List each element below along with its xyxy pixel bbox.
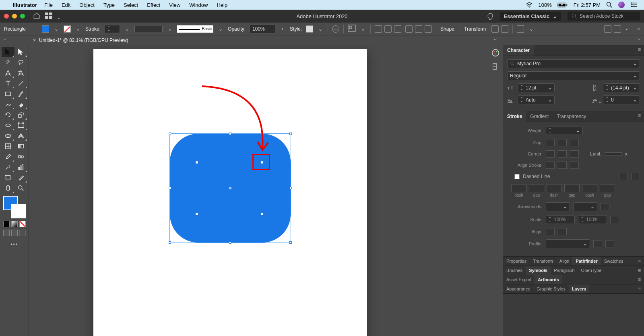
- line-segment-tool[interactable]: [14, 78, 27, 89]
- mesh-tool[interactable]: [2, 141, 14, 151]
- kerning-input[interactable]: ⌃⌄ Auto ⌄: [518, 95, 555, 104]
- cap-butt-icon[interactable]: [546, 139, 555, 146]
- selection-handle[interactable]: [169, 241, 171, 244]
- color-mode-none[interactable]: [19, 221, 26, 227]
- shaper-tool[interactable]: [2, 99, 14, 110]
- minimize-window-button[interactable]: [12, 14, 17, 19]
- brush-definition[interactable]: Basic: [177, 25, 213, 33]
- menu-edit[interactable]: Edit: [62, 2, 70, 8]
- selection-handle[interactable]: [229, 241, 231, 244]
- selection-handle[interactable]: [289, 241, 292, 244]
- panel-menu-icon[interactable]: ≡: [635, 257, 644, 265]
- align-stroke-center-icon[interactable]: [546, 162, 555, 169]
- stroke-color-swatch[interactable]: [11, 204, 26, 218]
- maximize-window-button[interactable]: [20, 14, 25, 19]
- arrowhead-scale-end[interactable]: ⌃⌄ 100%: [578, 215, 607, 224]
- eyedropper-tool[interactable]: [2, 151, 14, 162]
- fill-swatch[interactable]: [42, 25, 49, 33]
- isolate-group-icon[interactable]: [501, 25, 508, 33]
- swap-arrowheads-icon[interactable]: [601, 203, 609, 210]
- arrange-documents-icon[interactable]: ⌄: [45, 12, 61, 20]
- color-guide-panel-icon[interactable]: [491, 62, 500, 71]
- variable-width-profile[interactable]: [134, 26, 163, 32]
- stroke-profile-dropdown[interactable]: ⌄: [546, 239, 590, 248]
- panel-menu-icon[interactable]: ≡: [635, 284, 644, 293]
- collapse-right-icon[interactable]: ››: [635, 36, 642, 42]
- home-icon[interactable]: [33, 12, 40, 21]
- stroke-weight-input[interactable]: ⌃ ⌄: [105, 25, 120, 33]
- tab-swatches[interactable]: Swatches: [601, 257, 627, 265]
- tab-character[interactable]: Character: [503, 45, 534, 56]
- tab-brushes[interactable]: Brushes: [503, 266, 526, 275]
- fill-dropdown-icon[interactable]: ⌄: [53, 26, 60, 32]
- eraser-tool[interactable]: [14, 99, 27, 110]
- corner-round-icon[interactable]: [558, 150, 567, 158]
- live-corner-widget[interactable]: [195, 160, 199, 164]
- tab-gradient[interactable]: Gradient: [526, 111, 553, 122]
- tab-layers[interactable]: Layers: [569, 284, 589, 293]
- color-mode-solid[interactable]: [3, 221, 10, 227]
- column-graph-tool[interactable]: [14, 162, 27, 172]
- hand-tool[interactable]: [2, 183, 14, 193]
- dash-input-3[interactable]: [582, 184, 597, 192]
- dashed-line-checkbox[interactable]: [514, 174, 520, 179]
- selection-handle[interactable]: [289, 187, 292, 189]
- free-transform-tool[interactable]: [14, 120, 27, 131]
- align-left-icon[interactable]: [375, 25, 382, 33]
- draw-inside-icon[interactable]: [19, 230, 26, 236]
- align-to-icon[interactable]: [348, 25, 356, 33]
- cap-projecting-icon[interactable]: [570, 139, 579, 146]
- edit-toolbar-icon[interactable]: •••: [10, 242, 18, 247]
- tab-pathfinder[interactable]: Pathfinder: [572, 257, 601, 265]
- user-avatar-icon[interactable]: [618, 2, 625, 8]
- tab-paragraph[interactable]: Paragraph: [551, 266, 578, 275]
- app-name[interactable]: Illustrator: [13, 2, 37, 8]
- width-tool[interactable]: [2, 120, 14, 131]
- tracking-input[interactable]: ⌃⌄ 0 ⌄: [603, 95, 640, 104]
- draw-normal-icon[interactable]: [3, 230, 10, 236]
- selection-handle[interactable]: [169, 133, 171, 135]
- tab-symbols[interactable]: Symbols: [526, 266, 551, 275]
- crop-dropdown-icon[interactable]: ⌄: [528, 26, 535, 32]
- paintbrush-tool[interactable]: [14, 89, 27, 99]
- zoom-tool[interactable]: [14, 183, 27, 193]
- tab-graphic-styles[interactable]: Graphic Styles: [533, 284, 569, 293]
- curvature-tool[interactable]: [14, 68, 27, 78]
- close-window-button[interactable]: [4, 14, 9, 19]
- menu-file[interactable]: File: [44, 2, 53, 8]
- learn-icon[interactable]: [487, 13, 493, 19]
- leading-input[interactable]: ⌃⌄ (14.4 pt) ⌄: [603, 83, 640, 92]
- dash-align-corner-icon[interactable]: [631, 173, 640, 180]
- menu-effect[interactable]: Effect: [147, 2, 160, 8]
- color-panel-icon[interactable]: [491, 48, 500, 57]
- corner-bevel-icon[interactable]: [570, 150, 579, 158]
- clock[interactable]: Fri 2:57 PM: [574, 2, 601, 8]
- panel-menu-icon[interactable]: ≡: [637, 26, 640, 32]
- tab-close-icon[interactable]: ×: [33, 37, 36, 43]
- fill-stroke-swatch[interactable]: [3, 196, 26, 218]
- shape-builder-tool[interactable]: [2, 131, 14, 141]
- search-stock-input[interactable]: Search Adobe Stock: [568, 12, 640, 21]
- dash-input-2[interactable]: [547, 184, 562, 192]
- tab-transparency[interactable]: Transparency: [553, 111, 590, 122]
- tab-stroke[interactable]: Stroke: [503, 111, 526, 122]
- gap-input-1[interactable]: [529, 184, 544, 192]
- corner-miter-icon[interactable]: [546, 150, 555, 158]
- recolor-artwork-icon[interactable]: [332, 25, 339, 33]
- arrowhead-start-dropdown[interactable]: ⌄: [546, 202, 570, 211]
- align-hcenter-icon[interactable]: [384, 25, 392, 33]
- slice-tool[interactable]: [14, 172, 27, 183]
- color-mode-gradient[interactable]: [11, 221, 18, 227]
- font-size-input[interactable]: ⌃⌄ 12 pt ⌄: [518, 83, 555, 92]
- font-style-dropdown[interactable]: Regular ⌄: [507, 71, 640, 80]
- tab-properties[interactable]: Properties: [503, 257, 530, 265]
- menu-view[interactable]: View: [169, 2, 180, 8]
- symbol-sprayer-tool[interactable]: [2, 162, 14, 172]
- draw-behind-icon[interactable]: [11, 230, 18, 236]
- cap-round-icon[interactable]: [558, 139, 567, 146]
- profile-dropdown-icon[interactable]: ⌄: [167, 26, 173, 32]
- align-vcenter-icon[interactable]: [415, 25, 422, 33]
- collapse-left-icon[interactable]: ‹‹: [2, 36, 9, 42]
- align-stroke-outside-icon[interactable]: [570, 162, 579, 169]
- crop-image-icon[interactable]: [517, 25, 524, 33]
